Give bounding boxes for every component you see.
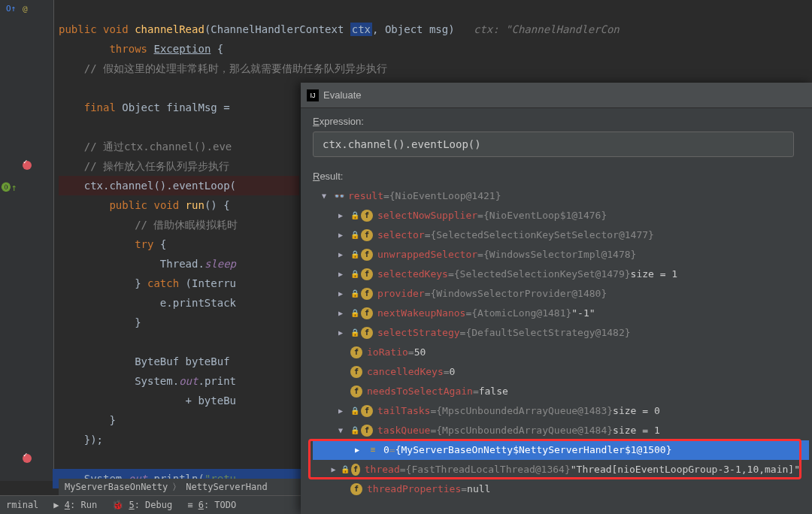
tree-row[interactable]: ▶🔒fnextWakeupNanos = {AtomicLong@1481} "… [313,304,800,323]
field-name: result [348,186,383,206]
field-value: {SelectedSelectionKeySet@1479} [454,265,631,284]
expand-icon[interactable]: ▶ [338,304,347,323]
field-icon: f [361,405,373,417]
field-icon: f [361,268,373,280]
field-icon: f [361,229,373,241]
field-value: {WindowsSelectorProvider@1480} [430,284,607,304]
breakpoint-icon[interactable] [23,454,32,465]
index-icon: ≡ [367,444,379,456]
lock-icon: 🔒 [350,225,359,245]
watch-icon: 👓 [334,186,345,206]
tree-row[interactable]: ▶🔒fselector = {SelectedSelectionKeySetSe… [313,225,800,245]
expand-icon[interactable]: ▶ [338,225,347,245]
lock-icon: 🔒 [350,284,359,304]
field-value: {SelectedSelectionKeySetSelector@1477} [430,225,653,245]
collapse-icon[interactable]: ▼ [338,421,347,440]
field-value: {MpscUnboundedArrayQueue@1483} [436,401,613,421]
collapse-icon[interactable]: ▼ [322,186,331,206]
field-icon: f [361,210,373,222]
field-value: false [479,382,508,401]
field-name: taskQueue [377,421,430,440]
field-value: {WindowsSelectorImpl@1478} [483,245,637,265]
dialog-title-bar[interactable]: IJ Evaluate [301,83,812,108]
expand-icon[interactable]: ▶ [338,323,347,343]
tree-row[interactable]: ▼🔒ftaskQueue = {MpscUnboundedArrayQueue@… [313,421,800,440]
lock-icon: 🔒 [350,421,359,440]
debug-tab[interactable]: 🐞 5: Debug [112,500,172,510]
field-value: 0 [450,362,456,382]
tree-row[interactable]: ▶🔒fselectedKeys = {SelectedSelectionKeyS… [313,265,800,284]
field-name: tailTasks [377,401,430,421]
field-name: provider [377,284,425,304]
run-tab[interactable]: ▶ 4: Run [53,500,97,510]
tree-row[interactable]: ▶🔒fselectNowSupplier = {NioEventLoop$1@1… [313,206,800,225]
tree-row[interactable]: fcancelledKeys = 0 [313,362,800,382]
editor-gutter: O↑ @ ⓿↑ [0,0,54,481]
field-value: {AtomicLong@1481} [471,304,571,323]
chevron-icon: 〉 [172,481,181,494]
intellij-icon: IJ [307,89,319,101]
expand-icon[interactable]: ▶ [338,265,347,284]
breadcrumb-item[interactable]: NettyServerHand [186,482,267,492]
field-icon: f [361,249,373,261]
field-value: {FastThreadLocalThread@1364} [406,460,571,479]
expand-icon[interactable]: ▶ [338,284,347,304]
breadcrumb-item[interactable]: MyServerBaseOnNetty [65,482,168,492]
tree-row[interactable]: ▶🔒fselectStrategy = {DefaultSelectStrate… [313,323,800,343]
expression-input[interactable]: ctx.channel().eventLoop() [313,132,794,157]
tree-row[interactable]: ▶🔒fthread = {FastThreadLocalThread@1364}… [313,460,800,479]
breadcrumbs[interactable]: MyServerBaseOnNetty 〉 NettyServerHand [59,479,307,495]
field-icon: f [361,425,373,437]
field-value: {MpscUnboundedArrayQueue@1484} [436,421,613,440]
lock-icon: 🔒 [350,245,359,265]
tree-row[interactable]: ▶🔒funwrappedSelector = {WindowsSelectorI… [313,245,800,265]
tree-row[interactable]: ▶🔒fprovider = {WindowsSelectorProvider@1… [313,284,800,304]
field-icon: f [361,307,373,319]
tree-row[interactable]: ▼👓result = {NioEventLoop@1421} [313,186,800,206]
field-value: {DefaultSelectStrategy@1482} [465,323,630,343]
expand-icon[interactable]: ▶ [355,440,364,460]
lock-icon: 🔒 [350,304,359,323]
expand-icon[interactable]: ▶ [332,460,338,479]
todo-tab[interactable]: ≡ 6: TODO [187,500,236,510]
tree-row[interactable]: fthreadProperties = null [313,479,800,499]
lock-icon: 🔒 [350,401,359,421]
field-name: selector [377,225,425,245]
field-name: needsToSelectAgain [367,382,473,401]
field-name: nextWakeupNanos [377,304,465,323]
result-label: Result: [313,171,800,182]
field-name: unwrappedSelector [377,245,477,265]
expand-icon[interactable]: ▶ [338,245,347,265]
expand-icon[interactable]: ▶ [338,206,347,225]
field-name: thread [365,460,400,479]
field-name: cancelledKeys [367,362,444,382]
expression-label: Expression: [313,116,800,127]
field-name: selectedKeys [377,265,448,284]
field-name: threadProperties [367,479,461,499]
tree-row[interactable]: ▶≡0 = {MyServerBaseOnNetty$NettyServerHa… [313,440,809,460]
expand-icon[interactable]: ▶ [338,401,347,421]
tree-row[interactable]: fioRatio = 50 [313,343,800,362]
override-icon[interactable]: O↑ [6,4,16,14]
tree-row[interactable]: ▶🔒ftailTasks = {MpscUnboundedArrayQueue@… [313,401,800,421]
lock-icon: 🔒 [350,265,359,284]
breakpoint-icon[interactable] [23,161,32,172]
field-icon: f [350,483,362,495]
result-tree[interactable]: ▼👓result = {NioEventLoop@1421}▶🔒fselectN… [313,186,800,499]
field-icon: f [351,464,360,476]
field-icon: f [361,288,373,300]
field-value: 50 [414,343,426,362]
field-value: null [467,479,490,499]
field-value: {NioEventLoop@1421} [389,186,501,206]
lock-icon: 🔒 [350,206,359,225]
field-name: ioRatio [367,343,408,362]
execution-point-icon: ⓿↑ [2,182,17,193]
terminal-tab[interactable]: rminal [6,500,38,510]
field-name: selectNowSupplier [377,206,477,225]
field-icon: f [350,366,362,378]
field-value: {NioEventLoop$1@1476} [483,206,607,225]
field-name: 0 [383,440,389,460]
annotation-icon[interactable]: @ [23,4,28,14]
field-name: selectStrategy [377,323,460,343]
tree-row[interactable]: fneedsToSelectAgain = false [313,382,800,401]
